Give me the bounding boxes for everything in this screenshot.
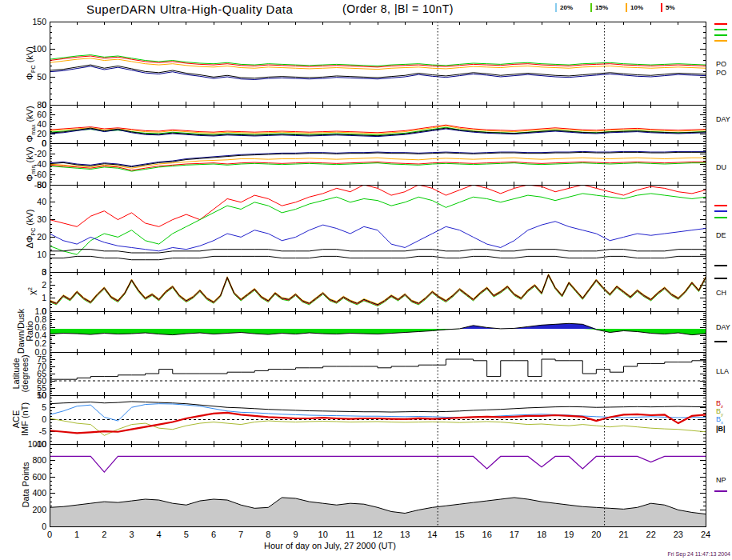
- y-tick-label: 0: [42, 414, 46, 424]
- x-tick-label: 24: [701, 530, 710, 539]
- series-chi-red: [50, 275, 706, 306]
- right-marker-8: [714, 278, 727, 279]
- series-min-black: [50, 152, 706, 166]
- area-np-count: [50, 498, 706, 526]
- right-marker-9: [714, 341, 727, 342]
- right-marker-1: [714, 29, 727, 30]
- x-tick-label: 11: [346, 530, 354, 539]
- panel-ace-imf: -10-50510: [34, 390, 706, 449]
- x-tick-label: 14: [427, 530, 437, 539]
- y-tick-label: 50: [37, 72, 46, 82]
- x-tick-label: 5: [184, 530, 189, 539]
- ylabel-phi-min: Φmin (kV): [25, 146, 36, 181]
- x-tick-label: 22: [646, 530, 656, 539]
- plot-svg: 050100150020406080-80-60-40-200010203040…: [0, 0, 732, 560]
- y-tick-label: -20: [34, 149, 46, 158]
- x-tick-label: 6: [211, 530, 216, 539]
- panel-data-points: 02004006008001000: [28, 439, 706, 531]
- x-tick-label: 1: [74, 530, 79, 539]
- y-tick-label: 40: [37, 119, 46, 129]
- y-tick-label: 1.0: [34, 306, 46, 316]
- right-marker-3: [714, 40, 727, 42]
- y-tick-label: -60: [34, 170, 46, 179]
- y-tick-label: 600: [32, 472, 46, 482]
- right-label-ch: CH: [716, 290, 726, 297]
- series-del-red: [50, 185, 706, 226]
- right-label-po: PO: [716, 61, 726, 68]
- y-tick-label: 40: [37, 197, 46, 206]
- right-marker-5: [714, 210, 727, 212]
- ylabel-chi-sq: χ2: [27, 287, 38, 295]
- y-tick-label: 75: [37, 354, 46, 364]
- plot-timestamp: Fri Sep 24 11:47:13 2004: [668, 551, 730, 557]
- x-tick-label: 16: [482, 530, 492, 539]
- y-tick-label: 80: [37, 100, 46, 110]
- y-tick-label: 0.8: [34, 314, 46, 324]
- panel-chi-sq: 0123: [42, 267, 706, 316]
- y-tick-label: 400: [32, 488, 46, 498]
- x-tick-label: 2: [102, 530, 106, 539]
- y-tick-label: 20: [37, 232, 46, 242]
- x-tick-label: 9: [293, 530, 298, 539]
- ylabel-delta-phi: ΔΦPC (kV): [25, 209, 36, 248]
- y-tick-label: 10: [37, 390, 46, 400]
- right-label-du: DU: [716, 164, 726, 171]
- panel-dawn-dusk-ratio: 0.00.20.40.60.81.0: [34, 306, 706, 357]
- y-tick-label: -40: [34, 159, 46, 169]
- series-chi-black: [50, 274, 706, 305]
- ylabel-phi-pc: ΦPC (kV): [25, 46, 36, 80]
- right-label-de: DE: [716, 232, 726, 239]
- x-tick-label: 21: [618, 530, 628, 539]
- x-tick-label: 12: [373, 530, 382, 539]
- y-tick-label: 3: [42, 267, 46, 277]
- y-tick-label: -5: [39, 426, 46, 436]
- x-tick-label: 0: [47, 530, 52, 539]
- right-marker-2: [714, 34, 727, 36]
- y-tick-label: 5: [42, 402, 46, 412]
- y-tick-label: 1000: [28, 439, 47, 449]
- right-marker-4: [714, 205, 727, 206]
- series-imf-btot: [50, 402, 706, 412]
- y-tick-label: 20: [37, 129, 46, 138]
- right-marker-0: [714, 23, 727, 25]
- x-tick-label: 10: [318, 530, 328, 539]
- panel-latitude: 505560657075: [37, 352, 706, 400]
- ylabel-ace-imf: ACEIMF (nT): [12, 402, 30, 436]
- ylabel-data-points: Data Points: [22, 462, 30, 508]
- y-tick-label: 0: [42, 138, 46, 148]
- right-label-lla: LLA: [716, 368, 729, 375]
- right-marker-10: [714, 490, 727, 492]
- panel-delta-phi-pc: 01020304050: [37, 180, 706, 277]
- x-tick-label: 18: [537, 530, 546, 539]
- x-tick-label: 7: [238, 530, 243, 539]
- superdarn-figure: SuperDARN Ultra-High-Quality Data (Order…: [0, 0, 732, 560]
- y-tick-label: 30: [37, 214, 46, 224]
- right-label-po: PO: [716, 70, 726, 77]
- y-tick-label: 50: [37, 180, 46, 190]
- right-label-day: DAY: [716, 324, 730, 331]
- series-del-blue: [50, 222, 706, 251]
- y-tick-label: 200: [32, 505, 46, 514]
- x-tick-label: 13: [400, 530, 410, 539]
- series-chi-orange: [50, 274, 706, 304]
- x-axis-label: Hour of day on July, 27 2000 (UT): [264, 541, 396, 550]
- x-tick-label: 8: [266, 530, 270, 539]
- y-tick-label: 10: [37, 250, 46, 259]
- y-tick-label: 60: [37, 110, 46, 119]
- y-tick-label: 1: [42, 293, 46, 302]
- ratio-fill-dawn: [50, 323, 706, 329]
- series-del-black2: [50, 256, 706, 259]
- series-pc-5pct: [50, 56, 706, 67]
- x-tick-label: 3: [129, 530, 134, 539]
- series-lat-line: [50, 359, 706, 379]
- right-label-b: |B|: [716, 426, 726, 433]
- y-tick-label: 0: [42, 522, 46, 531]
- x-tick-label: 20: [591, 530, 601, 539]
- x-tick-label: 4: [157, 530, 162, 539]
- ylabel-phi-max: Φmax (kV): [25, 106, 36, 142]
- right-label-day: DAY: [716, 116, 730, 123]
- x-tick-label: 19: [564, 530, 574, 539]
- x-tick-label: 15: [454, 530, 464, 539]
- x-tick-label: 23: [674, 530, 683, 539]
- ylabel-dawn-dusk: Dawn/DuskRatio: [17, 309, 34, 354]
